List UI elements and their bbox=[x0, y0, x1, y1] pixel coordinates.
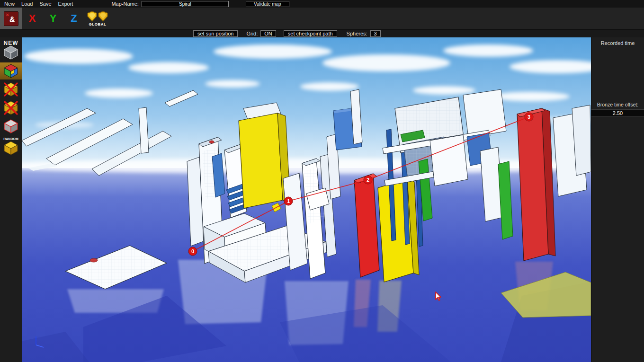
checkpoint-number: 0 bbox=[191, 248, 194, 254]
gizmo-amp-glyph: & bbox=[9, 16, 15, 24]
bronze-offset-input[interactable]: 2.50 bbox=[591, 109, 644, 116]
gray-red-cube-icon bbox=[3, 119, 19, 134]
palette-item-random-block[interactable]: RANDOM bbox=[0, 136, 22, 157]
3d-viewport[interactable]: 0123 bbox=[22, 37, 591, 362]
checkpoint-number: 2 bbox=[367, 177, 369, 183]
axis-x-button[interactable]: X bbox=[22, 12, 43, 25]
scene-options-bar: set sun position Grid: ON set checkpoint… bbox=[0, 29, 644, 37]
axis-z-button[interactable]: Z bbox=[63, 12, 84, 25]
random-cube-icon bbox=[3, 141, 19, 156]
global-label: GLOBAL bbox=[89, 22, 107, 26]
timing-panel: Recorded time Bronze time offset: 2.50 bbox=[591, 37, 644, 362]
bronze-offset-label: Bronze time offset: bbox=[597, 102, 638, 107]
palette-item-gray-block[interactable] bbox=[0, 118, 22, 135]
palette-item-colored-block-selected[interactable] bbox=[0, 62, 22, 79]
palette-item-forbidden-block-1[interactable] bbox=[0, 81, 22, 98]
axis-y-button[interactable]: Y bbox=[43, 12, 63, 25]
all-axes-gizmo-icon: ✕ & bbox=[4, 11, 18, 26]
global-shield-icons bbox=[87, 11, 108, 22]
global-mode-toggle[interactable]: GLOBAL bbox=[87, 11, 108, 26]
checkpoint-path-layer: 0123 bbox=[22, 37, 591, 362]
colored-cube-icon bbox=[3, 63, 19, 79]
menu-export[interactable]: Export bbox=[55, 0, 77, 8]
main-row: NEW bbox=[0, 37, 644, 362]
block-palette-sidebar: NEW bbox=[0, 37, 22, 362]
checkpoint-number: 1 bbox=[287, 198, 290, 204]
validate-map-button[interactable]: Validate map bbox=[246, 1, 289, 7]
menu-save[interactable]: Save bbox=[36, 0, 55, 8]
menu-load[interactable]: Load bbox=[18, 0, 36, 8]
checkpoint-number: 3 bbox=[528, 114, 530, 120]
checkpoint-path-line bbox=[193, 117, 529, 251]
menu-new[interactable]: New bbox=[0, 0, 18, 8]
map-editor-app: New Load Save Export Map-Name: Spiral Va… bbox=[0, 0, 644, 362]
forbidden-cube-icon bbox=[3, 82, 19, 97]
random-block-label: RANDOM bbox=[3, 137, 18, 141]
recorded-time-label: Recorded time bbox=[601, 40, 635, 46]
shield-icon bbox=[98, 11, 108, 22]
spheres-count-box[interactable]: 3 bbox=[370, 30, 381, 37]
shield-icon bbox=[87, 11, 97, 22]
set-sun-position-button[interactable]: set sun position bbox=[193, 30, 238, 37]
map-name-label: Map-Name: bbox=[111, 0, 138, 8]
set-checkpoint-path-button[interactable]: set checkpoint path bbox=[284, 30, 337, 37]
palette-item-forbidden-block-2[interactable] bbox=[0, 99, 22, 116]
menu-bar: New Load Save Export Map-Name: Spiral Va… bbox=[0, 0, 644, 8]
all-axes-tool-button[interactable]: ✕ & bbox=[0, 8, 22, 29]
grid-label: Grid: bbox=[246, 31, 258, 36]
transform-toolbar: ✕ & X Y Z GLOBAL bbox=[0, 8, 644, 29]
palette-item-new-block[interactable]: NEW bbox=[0, 39, 22, 61]
gizmo-cross-glyph: ✕ bbox=[6, 12, 9, 18]
spheres-label: Spheres: bbox=[347, 31, 367, 36]
new-cube-icon bbox=[3, 45, 19, 60]
map-name-input[interactable]: Spiral bbox=[142, 1, 229, 7]
forbidden-cube-icon bbox=[3, 100, 19, 115]
grid-toggle[interactable]: ON bbox=[260, 30, 276, 37]
